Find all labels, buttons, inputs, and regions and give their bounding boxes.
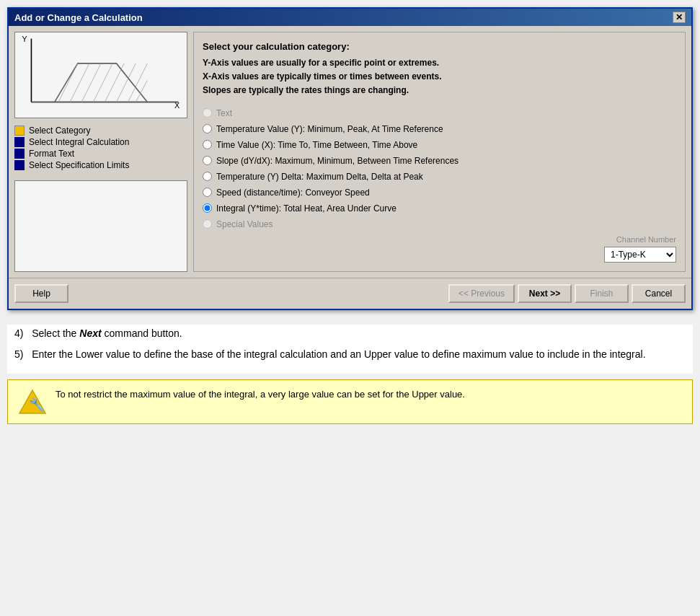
notes-area [14,180,187,272]
radio-slope: Slope (dY/dX): Maximum, Minimum, Between… [203,156,676,166]
radio-slope-label: Slope (dY/dX): Maximum, Minimum, Between… [216,156,458,166]
radio-integral-label: Integral (Y*time): Total Heat, Area Unde… [216,203,396,214]
desc-line1: Y-Axis values are usually for a specific… [203,58,439,68]
radio-text-input[interactable] [203,108,212,118]
channel-area: Channel Number 1-Type-K 2-Type-K 3-Type-… [203,235,676,263]
radio-temp-delta: Temperature (Y) Delta: Maximum Delta, De… [203,172,676,182]
channel-select[interactable]: 1-Type-K 2-Type-K 3-Type-K [604,247,676,263]
dialog-title: Add or Change a Calculation [14,12,143,23]
step-select-category: Select Category [14,126,187,136]
radio-time-x: Time Value (X): Time To, Time Between, T… [203,140,676,150]
radio-speed-label: Speed (distance/time): Conveyor Speed [216,188,370,198]
dialog-body: Y X [9,26,691,278]
instruction-4-number: 4) [14,327,29,339]
instruction-4-before: Select the [32,327,79,339]
tip-box: 🔧 To not restrict the maximum value of t… [7,379,693,424]
svg-text:Y: Y [22,35,27,43]
svg-line-6 [70,63,89,102]
nav-buttons: << Previous Next >> Finish Cancel [448,284,686,303]
svg-line-7 [81,63,101,102]
step-spec-limits: Select Specification Limits [14,160,187,170]
step-icon-category [14,126,25,136]
desc-line2: X-Axis values are typically times or tim… [203,71,441,82]
radio-speed: Speed (distance/time): Conveyor Speed [203,188,676,198]
svg-line-8 [93,63,112,102]
close-button[interactable]: ✕ [673,12,686,23]
desc-line3: Slopes are typically the rates things ar… [203,85,409,95]
step-label-format: Format Text [29,149,74,159]
svg-text:🔧: 🔧 [29,397,45,413]
section-description: Y-Axis values are usually for a specific… [203,56,676,98]
step-label-spec: Select Specification Limits [29,160,129,170]
step-icon-format [14,149,25,159]
radio-temp-y-input[interactable] [203,124,212,133]
steps-list: Select Category Select Integral Calculat… [14,123,187,173]
instruction-4-bold: Next [79,327,101,339]
step-format-text: Format Text [14,149,187,159]
tip-text: To not restrict the maximum value of the… [56,387,465,402]
svg-line-9 [105,63,124,102]
title-bar: Add or Change a Calculation ✕ [9,9,691,26]
radio-slope-input[interactable] [203,156,212,165]
radio-temp-delta-label: Temperature (Y) Delta: Maximum Delta, De… [216,172,423,182]
radio-temp-delta-input[interactable] [203,172,212,181]
tip-icon: 🔧 [18,387,47,416]
dialog-footer: Help << Previous Next >> Finish Cancel [9,278,691,309]
instruction-5-text: Enter the Lower value to define the base… [32,348,645,360]
prev-button[interactable]: << Previous [448,284,515,303]
instruction-4-after: command button. [105,327,182,339]
radio-text: Text [203,108,676,118]
finish-button[interactable]: Finish [575,284,629,303]
right-panel: Select your calculation category: Y-Axis… [193,32,686,272]
radio-text-label: Text [216,108,232,118]
radio-temp-y: Temperature Value (Y): Minimum, Peak, At… [203,124,676,134]
help-button[interactable]: Help [14,284,68,303]
radio-time-x-input[interactable] [203,140,212,149]
instruction-5: 5) Enter the Lower value to define the b… [14,346,686,364]
channel-label: Channel Number [616,235,676,244]
svg-line-5 [58,63,78,102]
svg-marker-4 [31,63,178,102]
section-title: Select your calculation category: [203,41,676,52]
radio-group: Text Temperature Value (Y): Minimum, Pea… [203,108,676,229]
cancel-button[interactable]: Cancel [632,284,686,303]
radio-speed-input[interactable] [203,188,212,197]
radio-special: Special Values [203,219,676,229]
radio-time-x-label: Time Value (X): Time To, Time Between, T… [216,140,417,150]
svg-line-11 [128,63,148,102]
step-icon-integral [14,137,25,147]
radio-integral: Integral (Y*time): Total Heat, Area Unde… [203,203,676,214]
radio-special-input[interactable] [203,219,212,229]
instruction-5-number: 5) [14,348,29,360]
step-label-integral: Select Integral Calculation [29,137,129,147]
chart-preview: Y X [14,32,187,118]
next-button[interactable]: Next >> [518,284,572,303]
dialog-window: Add or Change a Calculation ✕ Y X [7,7,693,310]
instruction-4: 4) Select the Next command button. [14,325,686,343]
left-panel: Y X [14,32,187,272]
step-label-category: Select Category [29,126,90,136]
radio-special-label: Special Values [216,219,273,229]
radio-integral-input[interactable] [203,203,212,213]
step-icon-spec [14,160,25,170]
radio-temp-y-label: Temperature Value (Y): Minimum, Peak, At… [216,124,443,134]
instructions-section: 4) Select the Next command button. 5) En… [7,325,693,374]
step-select-integral: Select Integral Calculation [14,137,187,147]
svg-line-10 [116,63,136,102]
